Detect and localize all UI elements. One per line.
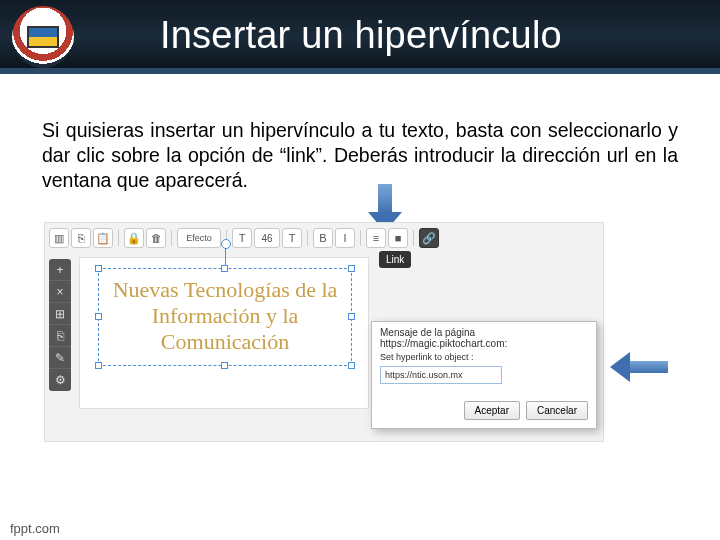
resize-handle[interactable] <box>95 265 102 272</box>
slide-header: Insertar un hipervínculo <box>0 0 720 74</box>
resize-handle[interactable] <box>221 362 228 369</box>
resize-handle[interactable] <box>95 362 102 369</box>
resize-handle[interactable] <box>221 265 228 272</box>
toolbar-separator <box>118 230 119 246</box>
effects-dropdown[interactable]: Efecto <box>177 228 221 248</box>
slide: Insertar un hipervínculo Si quisieras in… <box>0 0 720 540</box>
bold-icon[interactable]: B <box>313 228 333 248</box>
paste-icon[interactable]: 📋 <box>93 228 113 248</box>
color-icon[interactable]: ■ <box>388 228 408 248</box>
hyperlink-dialog: Mensaje de la página https://magic.pikto… <box>371 321 597 429</box>
delete-icon[interactable]: 🗑 <box>146 228 166 248</box>
toolbar-separator <box>307 230 308 246</box>
sidetool-grid[interactable]: ⊞ <box>49 303 71 325</box>
sidetool-gear[interactable]: ⚙ <box>49 369 71 391</box>
toolbar-separator <box>360 230 361 246</box>
content-icon[interactable]: ▥ <box>49 228 69 248</box>
toolbar-separator <box>171 230 172 246</box>
copy-icon[interactable]: ⎘ <box>71 228 91 248</box>
link-icon[interactable]: 🔗 <box>419 228 439 248</box>
slide-title: Insertar un hipervínculo <box>160 14 562 57</box>
sidetool-add[interactable]: + <box>49 259 71 281</box>
align-icon[interactable]: ≡ <box>366 228 386 248</box>
logo-emblem <box>27 26 59 48</box>
editor-canvas[interactable]: Nuevas Tecnologías de la Información y l… <box>79 257 369 409</box>
university-seal-logo <box>12 6 74 68</box>
cancel-button[interactable]: Cancelar <box>526 401 588 420</box>
rotate-handle[interactable] <box>225 247 226 265</box>
editor-toolbar: ▥ ⎘ 📋 🔒 🗑 Efecto T 46 T B I ≡ ■ 🔗 <box>49 227 439 249</box>
italic-icon[interactable]: I <box>335 228 355 248</box>
lock-icon[interactable]: 🔒 <box>124 228 144 248</box>
selected-text-box[interactable]: Nuevas Tecnologías de la Información y l… <box>98 268 352 366</box>
resize-handle[interactable] <box>95 313 102 320</box>
accept-button[interactable]: Aceptar <box>464 401 520 420</box>
arrow-left-indicator <box>610 352 668 382</box>
footer-credit: fppt.com <box>10 521 60 536</box>
hyperlink-url-input[interactable] <box>380 366 502 384</box>
body-paragraph: Si quisieras insertar un hipervínculo a … <box>42 118 678 193</box>
resize-handle[interactable] <box>348 313 355 320</box>
dialog-title: Mensaje de la página https://magic.pikto… <box>372 322 596 352</box>
dialog-label: Set hyperlink to object : <box>372 352 596 366</box>
selected-text-content: Nuevas Tecnologías de la Información y l… <box>99 269 351 355</box>
sidetool-copy[interactable]: ⎘ <box>49 325 71 347</box>
font-size-dec-icon[interactable]: T <box>232 228 252 248</box>
link-tooltip: Link <box>379 251 411 268</box>
resize-handle[interactable] <box>348 265 355 272</box>
sidetool-edit[interactable]: ✎ <box>49 347 71 369</box>
sidetool-close[interactable]: × <box>49 281 71 303</box>
side-toolbar: + × ⊞ ⎘ ✎ ⚙ <box>49 259 71 391</box>
resize-handle[interactable] <box>348 362 355 369</box>
font-size-inc-icon[interactable]: T <box>282 228 302 248</box>
toolbar-separator <box>413 230 414 246</box>
font-size-value[interactable]: 46 <box>254 228 280 248</box>
editor-screenshot: ▥ ⎘ 📋 🔒 🗑 Efecto T 46 T B I ≡ ■ 🔗 Link +… <box>44 222 604 442</box>
